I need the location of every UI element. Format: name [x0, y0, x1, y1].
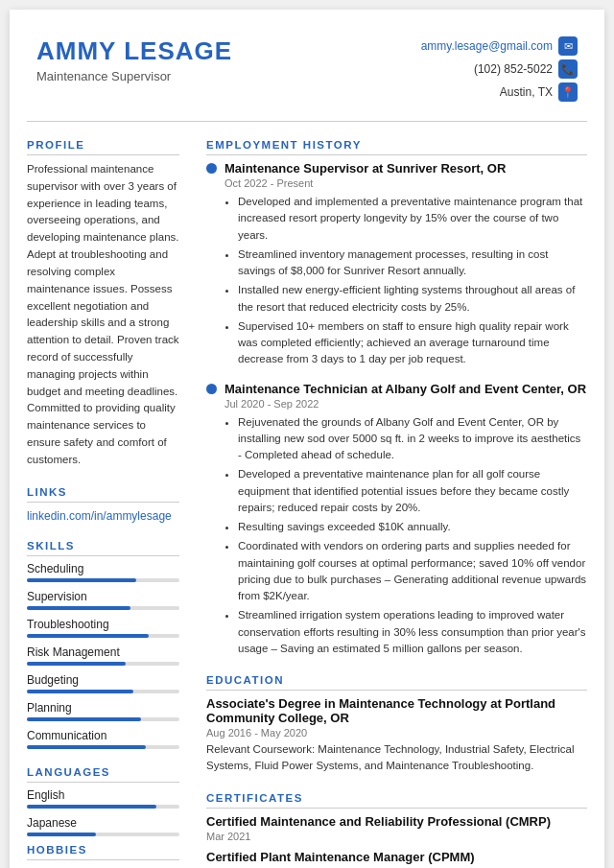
skill-bar-fill: [27, 745, 146, 749]
body: PROFILE Professional maintenance supervi…: [10, 122, 604, 868]
cert-date: Mar 2021: [206, 831, 587, 842]
skill-name: Communication: [27, 729, 179, 742]
left-column: PROFILE Professional maintenance supervi…: [10, 122, 197, 868]
language-name: English: [27, 788, 179, 802]
skill-bar-fill: [27, 662, 126, 666]
link-item: linkedin.com/in/ammylesage: [27, 508, 179, 523]
language-name: Japanese: [27, 816, 179, 830]
language-bar-fill: [27, 833, 96, 836]
job-entry: Maintenance Supervisor at Sunriver Resor…: [206, 161, 587, 368]
language-item: Japanese: [27, 816, 179, 836]
job-dot: [206, 163, 217, 174]
skill-item: Scheduling: [27, 562, 179, 582]
edu-text: Relevant Coursework: Maintenance Technol…: [206, 741, 587, 775]
bullet-point: Streamlined irrigation system operations…: [238, 607, 587, 657]
location-icon: 📍: [558, 82, 578, 102]
header-right: ammy.lesage@gmail.com ✉ (102) 852-5022 📞…: [421, 36, 578, 102]
phone-row: (102) 852-5022 📞: [474, 59, 578, 79]
skill-bar-background: [27, 662, 179, 666]
language-bar-background: [27, 805, 179, 809]
language-bar-background: [27, 833, 179, 836]
edu-dates: Aug 2016 - May 2020: [206, 727, 587, 739]
hobbies-section-title: HOBBIES: [27, 844, 179, 860]
bullet-point: Installed new energy-efficient lighting …: [238, 282, 587, 316]
candidate-title: Maintenance Supervisor: [36, 69, 232, 83]
skill-item: Budgeting: [27, 673, 179, 693]
bullet-point: Coordinated with vendors on ordering par…: [238, 538, 587, 604]
profile-section-title: PROFILE: [27, 139, 179, 155]
skill-bar-fill: [27, 717, 141, 721]
right-column: EMPLOYMENT HISTORY Maintenance Superviso…: [197, 122, 604, 868]
certificates-container: Certified Maintenance and Reliability Pr…: [206, 814, 587, 869]
skill-name: Scheduling: [27, 562, 179, 575]
job-dates: Jul 2020 - Sep 2022: [224, 398, 587, 410]
cert-title: Certified Maintenance and Reliability Pr…: [206, 814, 587, 829]
skill-bar-fill: [27, 634, 149, 638]
skill-item: Troubleshooting: [27, 618, 179, 638]
job-title: Maintenance Supervisor at Sunriver Resor…: [224, 161, 506, 176]
skill-bar-fill: [27, 606, 130, 610]
phone-text: (102) 852-5022: [474, 62, 553, 76]
skill-name: Supervision: [27, 590, 179, 603]
phone-icon: 📞: [558, 59, 578, 79]
languages-container: English Japanese: [27, 788, 179, 836]
skill-bar-background: [27, 606, 179, 610]
resume-container: AMMY LESAGE Maintenance Supervisor ammy.…: [10, 10, 604, 868]
skill-name: Risk Management: [27, 645, 179, 659]
skill-item: Supervision: [27, 590, 179, 610]
location-row: Austin, TX 📍: [500, 82, 578, 102]
skill-item: Risk Management: [27, 645, 179, 666]
certificates-section-title: CERTIFICATES: [206, 792, 587, 809]
certificate-entry: Certified Plant Maintenance Manager (CPM…: [206, 850, 587, 869]
skill-bar-background: [27, 634, 179, 638]
skill-name: Budgeting: [27, 673, 179, 687]
skill-bar-background: [27, 717, 179, 721]
job-title: Maintenance Technician at Albany Golf an…: [224, 382, 586, 396]
languages-section-title: LANGUAGES: [27, 766, 179, 783]
education-entry: Associate's Degree in Maintenance Techno…: [206, 696, 587, 775]
employment-section-title: EMPLOYMENT HISTORY: [206, 139, 587, 155]
bullet-point: Developed and implemented a preventative…: [238, 194, 587, 244]
skills-section-title: SKILLS: [27, 540, 179, 556]
education-container: Associate's Degree in Maintenance Techno…: [206, 696, 587, 775]
job-dot: [206, 384, 217, 394]
language-bar-fill: [27, 805, 156, 809]
skill-bar-background: [27, 745, 179, 749]
skill-name: Troubleshooting: [27, 618, 179, 631]
education-section-title: EDUCATION: [206, 674, 587, 691]
skill-item: Planning: [27, 701, 179, 721]
cert-title: Certified Plant Maintenance Manager (CPM…: [206, 850, 587, 864]
bullet-point: Supervised 10+ members on staff to ensur…: [238, 318, 587, 368]
skill-bar-background: [27, 578, 179, 582]
linkedin-link[interactable]: linkedin.com/in/ammylesage: [27, 509, 172, 523]
employment-container: Maintenance Supervisor at Sunriver Resor…: [206, 161, 587, 657]
candidate-name: AMMY LESAGE: [36, 36, 232, 66]
job-title-row: Maintenance Supervisor at Sunriver Resor…: [206, 161, 587, 176]
profile-text: Professional maintenance supervisor with…: [27, 161, 179, 469]
links-section-title: LINKS: [27, 486, 179, 503]
language-item: English: [27, 788, 179, 809]
bullet-point: Developed a preventative maintenance pla…: [238, 466, 587, 516]
bullet-point: Streamlined inventory management process…: [238, 246, 587, 280]
skill-item: Communication: [27, 729, 179, 749]
location-text: Austin, TX: [500, 85, 553, 99]
skill-bar-fill: [27, 578, 136, 582]
job-dates: Oct 2022 - Present: [224, 177, 587, 189]
bullet-point: Rejuvenated the grounds of Albany Golf a…: [238, 414, 587, 464]
header-left: AMMY LESAGE Maintenance Supervisor: [36, 36, 232, 83]
job-bullets: Developed and implemented a preventative…: [224, 194, 587, 368]
job-title-row: Maintenance Technician at Albany Golf an…: [206, 382, 587, 396]
email-link[interactable]: ammy.lesage@gmail.com: [421, 39, 553, 53]
email-icon: ✉: [558, 36, 578, 56]
email-row: ammy.lesage@gmail.com ✉: [421, 36, 578, 56]
skill-name: Planning: [27, 701, 179, 715]
skill-bar-fill: [27, 690, 133, 693]
skill-bar-background: [27, 690, 179, 693]
edu-title: Associate's Degree in Maintenance Techno…: [206, 696, 587, 725]
job-bullets: Rejuvenated the grounds of Albany Golf a…: [224, 414, 587, 658]
bullet-point: Resulting savings exceeded $10K annually…: [238, 519, 587, 535]
header: AMMY LESAGE Maintenance Supervisor ammy.…: [10, 10, 604, 121]
skills-container: Scheduling Supervision Troubleshooting R…: [27, 562, 179, 749]
certificate-entry: Certified Maintenance and Reliability Pr…: [206, 814, 587, 842]
job-entry: Maintenance Technician at Albany Golf an…: [206, 382, 587, 658]
